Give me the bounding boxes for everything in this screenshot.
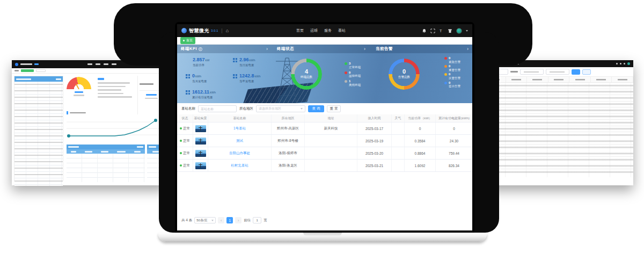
legend-count: 0 [449, 64, 460, 68]
bell-icon[interactable] [422, 28, 427, 33]
region-cell: 洛阳-洛龙区 [272, 160, 305, 171]
status-dot [180, 140, 182, 142]
search-button[interactable]: 查 询 [308, 105, 324, 112]
station-name-input[interactable] [198, 105, 237, 112]
kpi-arrow-icon[interactable]: › [266, 46, 268, 52]
reset-button[interactable]: 重 置 [327, 105, 341, 112]
energy-cell: 826.34 [436, 160, 472, 171]
font-size-icon[interactable]: T [439, 28, 444, 33]
station-link[interactable]: 首阳山办事处 [229, 151, 250, 156]
table-title-bar [67, 145, 145, 149]
decorative-bar [71, 151, 76, 153]
legend-item-urgent: 0 紧急告警 [444, 56, 460, 63]
nav-item-station[interactable]: 基站 [338, 28, 346, 33]
left-card-station-panel [14, 76, 63, 181]
address-cell [305, 160, 357, 171]
prev-page-button[interactable]: ‹ [218, 217, 224, 223]
tag-row: 首页 [177, 37, 472, 45]
legend-label: 故障终端 [349, 74, 361, 78]
legend-dot [444, 82, 447, 84]
decorative-bar [98, 89, 121, 91]
alarm-legend: 0 紧急告警 0 重要告警 0 次要告警 0 提示告警 [444, 56, 460, 88]
right-card-filter-bar [485, 67, 633, 77]
filter-bar: 基站名称 所在地区 请选择所在地区 查 询 重 置 [177, 103, 472, 114]
col-status: 状态 [177, 114, 193, 122]
fullscreen-icon[interactable] [430, 28, 435, 33]
power-cell: 0.8864 [405, 147, 436, 159]
decorative-bar [56, 78, 61, 80]
right-card-icons [616, 62, 630, 65]
theme-shirt-icon[interactable] [448, 28, 452, 33]
power-cell: 0 [405, 122, 436, 134]
station-info-lines [98, 78, 133, 98]
station-thumbnail[interactable] [195, 138, 206, 145]
col-time: 接入时间 [357, 114, 392, 122]
goto-page-input[interactable] [253, 217, 261, 223]
total-count: 共 4 条 [181, 218, 192, 223]
top-nav: 首页 运维 服务 基站 [296, 28, 346, 33]
table-header-row: 状态 基站实景 基站名称 所在地区 地址 接入时间 天气 当前功率（kW） 累计… [177, 114, 472, 122]
laptop-base-notch [303, 233, 342, 236]
kpi-title-text: 终端KPI [181, 46, 197, 52]
legend-dot [345, 80, 347, 83]
decorative-icon-dot [620, 63, 621, 64]
alarm-arrow-icon[interactable]: › [467, 46, 469, 52]
decorative-bar [98, 82, 130, 84]
tab-home-tag[interactable]: 首页 [180, 37, 195, 44]
kpi-day-energy: 2.96kWh 当日发电量 [233, 57, 255, 67]
region-cell: 郑州市-高新区 [272, 122, 305, 134]
photo-cell [193, 147, 208, 159]
region-label: 所在地区 [239, 106, 253, 111]
info-icon[interactable]: i [199, 47, 202, 51]
table-subheader [67, 149, 145, 154]
caret-down-icon[interactable] [466, 30, 468, 32]
panel-title-bar [14, 76, 63, 82]
kpi-unit: kWh [250, 59, 255, 62]
legend-label: 次要告警 [449, 76, 460, 80]
legend-label: 提示告警 [449, 84, 460, 88]
station-link[interactable]: 杜村北基站 [231, 163, 248, 168]
home-icon[interactable]: ⌂ [226, 28, 229, 33]
terminal-total: 4 [291, 68, 322, 75]
decorative-bar [98, 93, 123, 95]
station-thumbnail[interactable] [195, 162, 206, 169]
kpi-unit: kWh [195, 75, 201, 78]
decorative-column [548, 77, 570, 82]
station-thumbnail[interactable] [195, 150, 206, 157]
nav-item-ops[interactable]: 运维 [310, 28, 318, 33]
decorative-bar [70, 112, 86, 114]
decorative-bar [98, 78, 104, 80]
time-cell: 2025-03-21 [357, 160, 392, 171]
legend-dot [444, 73, 447, 76]
decorative-column [591, 77, 612, 82]
legend-item-major: 0 重要告警 [444, 64, 460, 71]
legend-label: 正常终端 [349, 66, 361, 69]
laptop-screen-bezel: 智慧微光 3.0.1 | ⌂ 首页 运维 服务 基站 T 首页 [175, 22, 474, 233]
energy-cell: 24.30 [436, 135, 472, 147]
kpi-label: 累计有功发电量 [192, 96, 216, 99]
station-table: 状态 基站实景 基站名称 所在地区 地址 接入时间 天气 当前功率（kW） 累计… [177, 114, 472, 172]
weather-cell [392, 135, 405, 147]
terminal-status-center: 4 终端总数 [291, 68, 322, 79]
decorative-bar [74, 95, 84, 96]
region-select[interactable]: 请选择所在地区 [256, 105, 305, 112]
station-link[interactable]: 测试 [236, 139, 243, 143]
station-link[interactable]: 1号基站 [233, 126, 246, 131]
station-thumbnail[interactable] [195, 125, 206, 132]
status-arrow-icon[interactable]: › [364, 46, 365, 52]
user-avatar[interactable] [456, 28, 462, 34]
decorative-bar [67, 111, 68, 114]
next-page-button[interactable]: › [235, 217, 241, 223]
legend-dot [345, 62, 347, 65]
gauge-arc [67, 77, 91, 89]
nav-item-home[interactable]: 首页 [296, 28, 304, 33]
decorative-tag [36, 69, 46, 72]
current-page[interactable]: 1 [226, 217, 233, 223]
table-rows [67, 154, 145, 182]
col-energy: 累计有功电能量(kWh) [436, 114, 472, 122]
page-size-select[interactable]: 50条/页 [194, 217, 216, 223]
decorative-bar [75, 91, 83, 93]
decorative-bar [14, 70, 19, 71]
decorative-bar [145, 98, 158, 99]
nav-item-service[interactable]: 服务 [324, 28, 332, 33]
